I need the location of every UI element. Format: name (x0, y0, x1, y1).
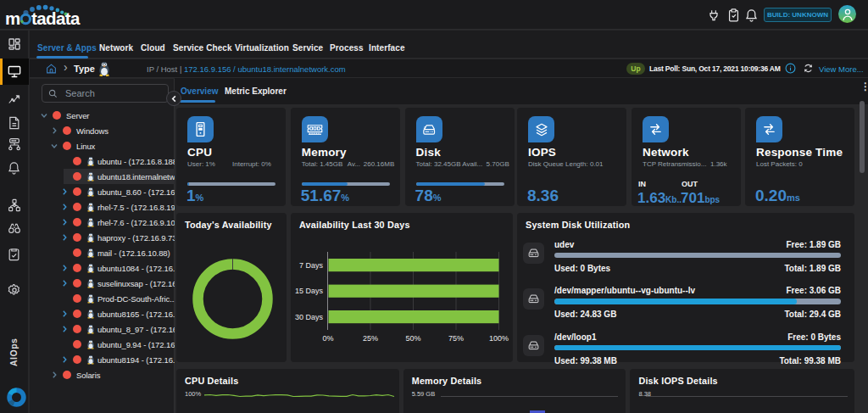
svg-text:50%: 50% (405, 334, 420, 343)
svg-text:30 Days: 30 Days (295, 313, 324, 321)
svg-text:m: m (5, 8, 20, 28)
svg-text:15 Days: 15 Days (295, 287, 324, 295)
svg-text:tadata: tadata (31, 8, 81, 28)
svg-text:75%: 75% (448, 334, 464, 343)
svg-text:25%: 25% (363, 334, 378, 343)
svg-text:0%: 0% (322, 334, 333, 343)
svg-text:7 Days: 7 Days (299, 261, 324, 270)
svg-text:100%: 100% (489, 334, 509, 343)
